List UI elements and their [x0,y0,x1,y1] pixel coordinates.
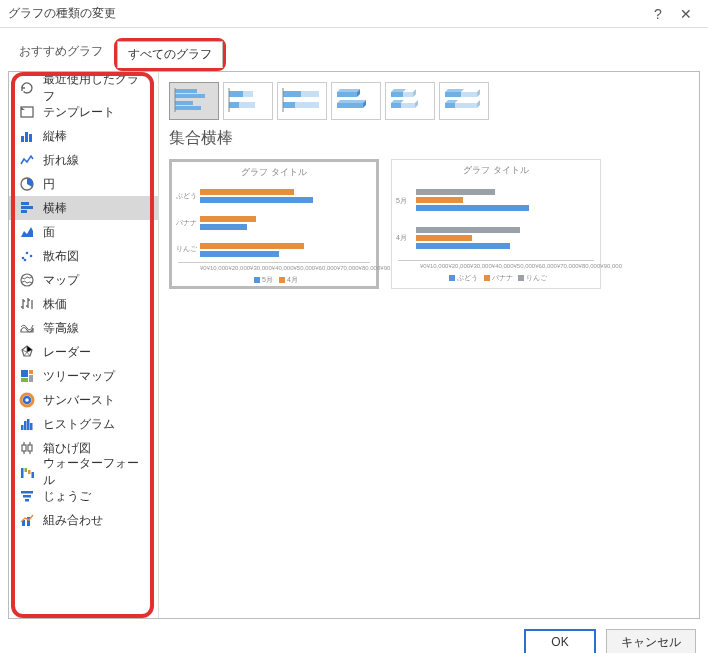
svg-rect-2 [25,132,28,142]
pie-chart-icon [17,175,37,193]
svg-rect-24 [28,445,32,451]
svg-rect-52 [403,92,413,97]
tab-recommended[interactable]: おすすめグラフ [8,38,114,71]
histogram-chart-icon [17,415,37,433]
content-area: 最近使用したグラフ テンプレート 縦棒 折れ線 円 横棒 面 散布図 [8,71,700,619]
sidebar-item-map[interactable]: マップ [9,268,158,292]
chart-subtype-row [169,82,689,120]
svg-rect-42 [239,102,255,108]
svg-point-9 [26,252,29,255]
sidebar-item-label: ヒストグラム [43,416,115,433]
chart1-bar [200,243,304,249]
combo-chart-icon [17,511,37,529]
sidebar-item-waterfall[interactable]: ウォーターフォール [9,460,158,484]
chart-preview-2-title: グラフ タイトル [398,164,594,177]
close-button[interactable]: ✕ [672,6,700,22]
svg-rect-47 [295,102,319,108]
bar-chart-icon [17,199,37,217]
svg-rect-56 [461,92,477,97]
sidebar-item-stock[interactable]: 株価 [9,292,158,316]
svg-rect-58 [455,103,477,108]
cancel-button[interactable]: キャンセル [606,629,696,653]
svg-rect-1 [21,136,24,142]
tab-strip: おすすめグラフ すべてのグラフ [0,28,708,71]
svg-rect-37 [175,106,201,110]
chart1-cat-0: ぶどう [176,191,197,201]
area-chart-icon [17,223,37,241]
svg-rect-19 [21,425,24,430]
svg-rect-35 [175,94,205,98]
svg-rect-44 [283,91,301,97]
sidebar-item-label: 散布図 [43,248,79,265]
radar-chart-icon [17,343,37,361]
sidebar-item-area[interactable]: 面 [9,220,158,244]
sidebar-item-bar[interactable]: 横棒 [9,196,158,220]
surface-chart-icon [17,319,37,337]
dialog-title: グラフの種類の変更 [8,5,644,22]
tab-all-charts[interactable]: すべてのグラフ [117,41,223,68]
svg-point-10 [30,255,33,258]
chart-preview-2[interactable]: グラフ タイトル 5月 4月 ¥0 ¥10,000 ¥20,000 ¥30,00… [391,159,601,289]
sidebar-item-label: 組み合わせ [43,512,103,529]
chart2-cat-1: 4月 [396,233,407,243]
svg-rect-39 [229,91,243,97]
chart-preview-2-body: 5月 4月 [398,181,594,261]
subtype-clustered-bar[interactable] [169,82,219,120]
svg-rect-26 [24,468,27,472]
sidebar-item-histogram[interactable]: ヒストグラム [9,412,158,436]
sidebar-item-label: 面 [43,224,55,241]
sidebar-item-line[interactable]: 折れ線 [9,148,158,172]
sidebar-item-label: マップ [43,272,79,289]
svg-rect-57 [445,103,455,108]
waterfall-chart-icon [17,463,37,481]
sidebar-item-pie[interactable]: 円 [9,172,158,196]
chart1-legend: 5月 4月 [178,275,370,285]
sidebar-item-treemap[interactable]: ツリーマップ [9,364,158,388]
svg-rect-54 [401,103,415,108]
map-chart-icon [17,271,37,289]
treemap-chart-icon [17,367,37,385]
sidebar-item-recent[interactable]: 最近使用したグラフ [9,76,158,100]
stock-chart-icon [17,295,37,313]
legend-swatch-icon [254,277,260,283]
help-button[interactable]: ? [644,6,672,22]
sidebar-item-label: 円 [43,176,55,193]
sidebar-item-sunburst[interactable]: サンバースト [9,388,158,412]
chart-preview-1[interactable]: グラフ タイトル ぶどう バナナ りんご ¥0 ¥10,000 ¥20,000 [169,159,379,289]
svg-rect-3 [29,134,32,142]
svg-rect-28 [31,472,34,478]
subtype-100stacked-bar[interactable] [277,82,327,120]
main-panel: 集合横棒 グラフ タイトル ぶどう バナナ りんご ¥0 [159,72,699,618]
ok-button[interactable]: OK [524,629,596,653]
subtype-3d-clustered-bar[interactable] [331,82,381,120]
sidebar-item-combo[interactable]: 組み合わせ [9,508,158,532]
chart1-bar [200,197,313,203]
column-chart-icon [17,127,37,145]
subtype-3d-stacked-bar[interactable] [385,82,435,120]
sidebar-item-scatter[interactable]: 散布図 [9,244,158,268]
sidebar-item-column[interactable]: 縦棒 [9,124,158,148]
svg-rect-14 [29,370,33,374]
dialog-footer: OK キャンセル [0,619,708,653]
svg-point-11 [24,259,27,262]
svg-rect-21 [27,419,30,430]
sidebar-item-radar[interactable]: レーダー [9,340,158,364]
sidebar-item-label: 株価 [43,296,67,313]
svg-rect-45 [301,91,319,97]
subtype-title: 集合横棒 [169,128,689,149]
svg-rect-23 [22,445,26,451]
svg-rect-7 [21,210,27,213]
subtype-3d-100stacked-bar[interactable] [439,82,489,120]
boxwhisker-chart-icon [17,439,37,457]
chart-preview-1-body: ぶどう バナナ りんご [178,183,370,263]
chart2-legend: ぶどう バナナ りんご [398,273,594,283]
sidebar-item-label: 折れ線 [43,152,79,169]
chart2-xaxis: ¥0 ¥10,000 ¥20,000 ¥30,000 ¥40,000 ¥50,0… [398,263,594,269]
subtype-stacked-bar[interactable] [223,82,273,120]
svg-rect-49 [337,92,357,97]
chart2-bar [416,243,510,249]
funnel-chart-icon [17,487,37,505]
svg-rect-55 [445,92,461,97]
sidebar-item-surface[interactable]: 等高線 [9,316,158,340]
svg-rect-20 [24,421,27,430]
